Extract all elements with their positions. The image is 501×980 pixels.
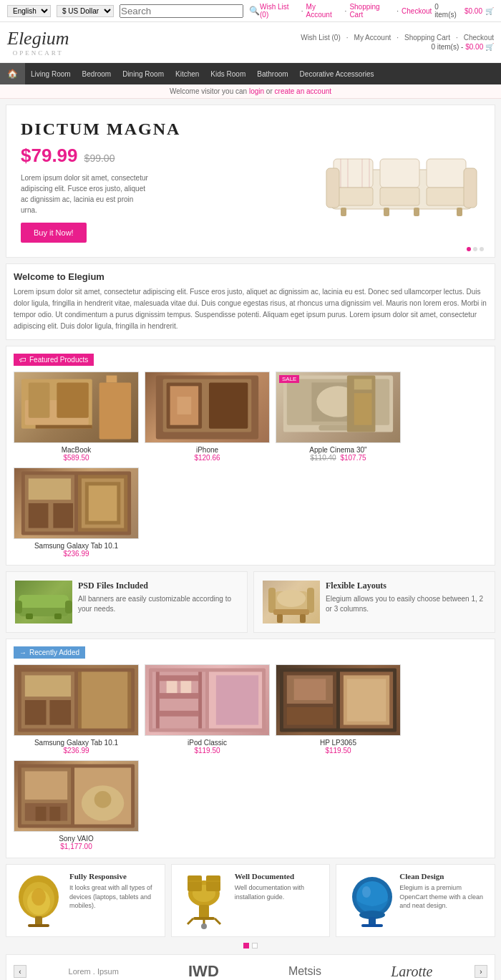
partners-prev-button[interactable]: ‹	[14, 965, 26, 978]
wishlist-link[interactable]: Wish List (0)	[260, 3, 298, 19]
language-select[interactable]: English	[7, 5, 51, 17]
feature-box-layouts-image	[263, 581, 320, 624]
search-input[interactable]	[120, 4, 243, 18]
wishlist-header[interactable]: Wish List (0)	[301, 34, 341, 42]
svg-rect-19	[29, 382, 50, 417]
svg-rect-99	[28, 924, 49, 927]
hero-price-old: $99.00	[84, 152, 115, 164]
partners-next-button[interactable]: ›	[475, 965, 487, 978]
nav-kitchen[interactable]: Kitchen	[170, 64, 205, 84]
recently-name-samsung: Samsung Galaxy Tab 10.1	[14, 739, 139, 747]
nav-kids-room[interactable]: Kids Room	[205, 64, 251, 84]
recently-added-label-text: Recently Added	[29, 649, 79, 656]
nav-decorative[interactable]: Decorative Accessories	[294, 64, 380, 84]
svg-rect-117	[361, 924, 383, 927]
recently-sony: Sony VAIO $1,177.00	[14, 760, 139, 850]
svg-rect-72	[160, 711, 198, 717]
login-link[interactable]: login	[249, 87, 264, 95]
cart-header[interactable]: Shopping Cart	[404, 34, 450, 42]
nav-living-room[interactable]: Living Room	[25, 64, 77, 84]
main-nav: 🏠 Living Room Bedroom Dining Room Kitche…	[0, 63, 501, 84]
feature-box-psd-title: PSD Files Included	[78, 581, 238, 591]
buy-now-button[interactable]: Buy it Now!	[21, 223, 87, 243]
svg-rect-111	[188, 880, 202, 882]
product-name-apple-cinema: Apple Cinema 30"	[276, 446, 401, 454]
info-box-documented-text: Well Documented Well documentation with …	[235, 872, 323, 901]
svg-rect-92	[49, 807, 60, 821]
recently-name-ipod: iPod Classic	[145, 739, 270, 747]
info-nav-dot-2[interactable]	[252, 943, 258, 949]
recently-image-sony[interactable]	[14, 760, 139, 832]
recently-hp: HP LP3065 $119.50	[276, 664, 401, 755]
recently-name-sony: Sony VAIO	[14, 835, 139, 843]
product-image-apple-cinema[interactable]: SALE	[276, 372, 401, 443]
svg-rect-91	[36, 807, 47, 821]
partner-logos: Lorem . Ipsum IWD Metsis Larotte	[34, 962, 467, 980]
svg-rect-16	[457, 208, 462, 216]
info-nav-dot-1[interactable]	[243, 943, 249, 949]
product-image-macbook[interactable]	[14, 372, 139, 443]
info-box-responsive-desc: It looks great with all types of devices…	[69, 883, 157, 911]
welcome-bar: Welcome visitor you can login or create …	[0, 84, 501, 99]
featured-icon: 🏷	[19, 356, 26, 364]
partner-logo-3: Metsis	[288, 965, 321, 978]
product-image-iphone[interactable]	[145, 372, 270, 443]
info-box-clean-design: Clean Design Elegium is a premium OpenCa…	[336, 864, 495, 937]
svg-rect-71	[160, 693, 198, 699]
featured-products-section: 🏷 Featured Products MacBook $589.50	[6, 346, 495, 566]
svg-rect-76	[180, 681, 191, 693]
slider-dot-1[interactable]	[467, 247, 471, 251]
recently-added-icon: →	[19, 649, 26, 656]
svg-rect-90	[25, 803, 67, 821]
nav-bathroom[interactable]: Bathroom	[251, 64, 293, 84]
hero-price-new: $79.99	[21, 145, 78, 166]
partner-logo-2: IWD	[188, 962, 219, 980]
recently-price-hp: $119.50	[276, 747, 401, 755]
slider-dot-3[interactable]	[480, 247, 484, 251]
svg-rect-110	[206, 875, 220, 891]
svg-rect-49	[15, 601, 22, 613]
recently-image-hp[interactable]	[276, 664, 401, 736]
info-box-documented-title: Well Documented	[235, 872, 323, 880]
product-card-apple-cinema: SALE Apple Cinema 30" $110.40 $107.75	[276, 372, 401, 462]
my-account-link[interactable]: My Account	[306, 3, 342, 19]
slider-dot-2[interactable]	[473, 247, 477, 251]
logo[interactable]: Elegium OPENCART	[7, 28, 69, 57]
nav-bedroom[interactable]: Bedroom	[77, 64, 117, 84]
cart-total: $0.00	[464, 7, 482, 15]
svg-point-118	[362, 886, 371, 898]
info-box-documented: Well Documented Well documentation with …	[171, 864, 331, 937]
svg-rect-66	[82, 671, 127, 728]
svg-rect-14	[384, 208, 389, 216]
checkout-link[interactable]: Checkout	[402, 7, 432, 15]
svg-rect-54	[268, 588, 276, 613]
product-image-samsung[interactable]	[14, 467, 139, 539]
svg-rect-5	[380, 188, 419, 205]
info-box-responsive-title: Fully Responsive	[69, 872, 157, 880]
shopping-cart-link[interactable]: Shopping Cart	[349, 3, 394, 19]
svg-rect-50	[65, 601, 72, 613]
account-header[interactable]: My Account	[354, 34, 391, 42]
svg-rect-23	[107, 376, 117, 383]
hero-title: DICTUM MAGNA	[21, 120, 250, 139]
hero-pricing: $79.99 $99.00	[21, 145, 250, 167]
info-boxes-row: Fully Responsive It looks great with all…	[6, 864, 495, 937]
recently-image-samsung[interactable]	[14, 664, 139, 736]
recently-added-label: → Recently Added	[14, 646, 85, 659]
svg-rect-63	[25, 675, 71, 697]
recently-price-sony: $1,177.00	[14, 843, 139, 850]
recently-image-ipod[interactable]	[145, 664, 270, 736]
recently-ipod: iPod Classic $119.50	[145, 664, 270, 755]
nav-dining-room[interactable]: Dining Room	[117, 64, 170, 84]
currency-select[interactable]: $ US Dollar	[57, 5, 114, 17]
nav-home[interactable]: 🏠	[0, 63, 25, 84]
svg-rect-41	[29, 478, 71, 500]
checkout-header[interactable]: Checkout	[464, 34, 494, 42]
register-link[interactable]: create an account	[275, 87, 332, 95]
slider-dots	[467, 247, 484, 251]
svg-rect-82	[287, 707, 333, 725]
info-box-clean-design-title: Clean Design	[399, 872, 487, 880]
search-button[interactable]: 🔍	[249, 6, 260, 16]
info-box-clean-design-image	[344, 872, 394, 929]
svg-line-105	[188, 918, 193, 924]
